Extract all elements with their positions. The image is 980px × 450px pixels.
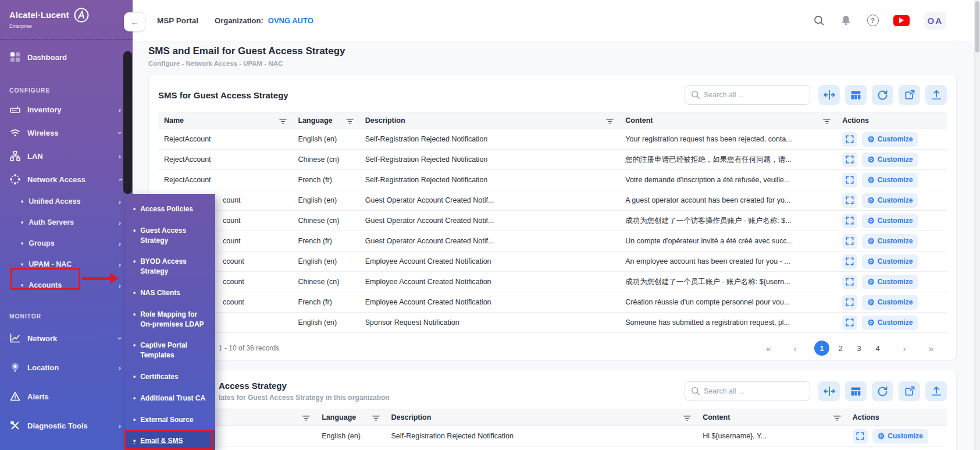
- sidebar-item-accounts[interactable]: Accounts: [0, 275, 133, 296]
- filter-icon[interactable]: [833, 414, 841, 421]
- sidebar-item-diagnostic-tools[interactable]: Diagnostic Tools: [0, 411, 133, 440]
- expand-button[interactable]: [842, 234, 857, 249]
- filter-icon[interactable]: [683, 414, 691, 421]
- table-row[interactable]: ccount French (fr) Employee Account Crea…: [158, 292, 947, 313]
- table-row[interactable]: ccount Chinese (cn) Employee Account Cre…: [158, 272, 947, 292]
- sidebar-item-unified-access[interactable]: Unified Access: [0, 191, 133, 212]
- filter-icon[interactable]: [279, 117, 287, 125]
- columns-button[interactable]: [845, 85, 867, 105]
- customize-button[interactable]: Customize: [862, 295, 918, 310]
- expand-button[interactable]: [842, 254, 857, 269]
- customize-button[interactable]: Customize: [862, 193, 918, 208]
- expand-button[interactable]: [842, 214, 857, 228]
- page-button-1[interactable]: 1: [814, 341, 829, 356]
- avatar[interactable]: OA: [924, 12, 947, 30]
- expand-button[interactable]: [853, 429, 868, 444]
- flyout-menu-item[interactable]: Access Policies: [126, 199, 215, 220]
- customize-button[interactable]: Customize: [862, 316, 918, 330]
- customize-button[interactable]: Customize: [862, 275, 918, 289]
- flyout-menu-item[interactable]: Captive Portal Templates: [126, 335, 215, 366]
- table-row[interactable]: RejectAccount French (fr) Self-Registrat…: [158, 170, 947, 190]
- flyout-menu-item[interactable]: Additional Trust CA: [126, 388, 215, 409]
- filter-icon[interactable]: [346, 117, 354, 125]
- table-row[interactable]: RejectAccount English (en) Self-Registra…: [158, 129, 947, 150]
- search-input[interactable]: [685, 381, 810, 401]
- flyout-item-label: Email & SMS: [140, 436, 183, 446]
- customize-button[interactable]: Customize: [862, 214, 918, 228]
- sidebar-item-location[interactable]: Location: [0, 353, 133, 382]
- filter-icon[interactable]: [302, 414, 310, 421]
- refresh-button[interactable]: [872, 85, 893, 105]
- customize-button[interactable]: Customize: [862, 132, 918, 147]
- filter-icon[interactable]: [823, 117, 831, 125]
- gear-icon: [867, 318, 875, 327]
- customize-button[interactable]: Customize: [862, 173, 918, 187]
- table-row[interactable]: English (en) Self-Registration Rejected …: [158, 426, 947, 447]
- refresh-button[interactable]: [872, 381, 893, 401]
- expand-button[interactable]: [842, 173, 857, 187]
- page-scrollbar[interactable]: [974, 0, 980, 450]
- page-scrollbar-thumb[interactable]: [975, 1, 979, 52]
- export-button[interactable]: [925, 381, 947, 401]
- flyout-menu-item[interactable]: Certificates: [126, 366, 215, 388]
- column-header-language: Language: [322, 413, 356, 421]
- last-page-button[interactable]: »: [924, 341, 939, 356]
- flyout-menu-item[interactable]: Role Mapping for On-premises LDAP: [126, 304, 215, 335]
- table-row[interactable]: English (en) Sponsor Request Notificatio…: [158, 313, 947, 333]
- customize-button[interactable]: Customize: [862, 254, 918, 269]
- bell-icon[interactable]: [840, 14, 853, 27]
- sidebar-item-lan[interactable]: LAN: [0, 144, 133, 168]
- table-row[interactable]: RejectAccount Chinese (cn) Self-Registra…: [158, 150, 947, 170]
- flyout-menu-item[interactable]: BYOD Access Strategy: [126, 251, 215, 282]
- expand-button[interactable]: [842, 295, 857, 310]
- page-button-3[interactable]: 3: [851, 341, 867, 356]
- filter-icon[interactable]: [372, 414, 380, 421]
- expand-button[interactable]: [842, 132, 857, 147]
- customize-button[interactable]: Customize: [862, 234, 918, 249]
- flyout-menu-item[interactable]: Guest Access Strategy: [126, 220, 215, 251]
- sidebar-item-inventory[interactable]: Inventory: [0, 98, 133, 121]
- expand-button[interactable]: [842, 316, 857, 330]
- first-page-button[interactable]: «: [761, 341, 776, 356]
- fit-columns-button[interactable]: [818, 381, 840, 401]
- page-button-4[interactable]: 4: [870, 341, 885, 356]
- export-button[interactable]: [925, 85, 947, 105]
- table-row[interactable]: count Chinese (cn) Guest Operator Accoun…: [158, 211, 947, 231]
- open-external-button[interactable]: [899, 85, 920, 105]
- flyout-menu-item[interactable]: NAS Clients: [126, 282, 215, 304]
- search-icon[interactable]: [812, 14, 825, 27]
- expand-button[interactable]: [842, 275, 857, 289]
- youtube-icon[interactable]: [893, 15, 910, 26]
- table-row[interactable]: count English (en) Guest Operator Accoun…: [158, 190, 947, 211]
- cell-language: French (fr): [298, 237, 332, 245]
- prev-page-button[interactable]: ‹: [787, 341, 803, 356]
- table-row[interactable]: ccount English (en) Employee Account Cre…: [158, 251, 947, 272]
- search-input[interactable]: [685, 85, 810, 105]
- fit-columns-button[interactable]: [818, 85, 840, 105]
- customize-button[interactable]: Customize: [862, 153, 918, 167]
- flyout-item-label: BYOD Access Strategy: [140, 257, 211, 277]
- sidebar-item-dashboard[interactable]: Dashboard: [0, 45, 133, 69]
- next-page-button[interactable]: ›: [897, 341, 912, 356]
- open-external-button[interactable]: [899, 381, 920, 401]
- expand-button[interactable]: [842, 193, 857, 208]
- columns-button[interactable]: [845, 381, 867, 401]
- expand-button[interactable]: [842, 153, 857, 167]
- sidebar-item-groups[interactable]: Groups: [0, 233, 133, 254]
- sidebar-item-upam-nac[interactable]: UPAM - NAC: [0, 254, 133, 275]
- sidebar-item-network-access[interactable]: Network Access: [0, 168, 133, 191]
- sidebar-scrollbar-thumb[interactable]: [123, 51, 132, 194]
- filter-icon[interactable]: [606, 117, 614, 125]
- flyout-menu-item[interactable]: Email & SMS: [126, 430, 215, 450]
- flyout-menu-item[interactable]: External Source: [126, 409, 215, 431]
- table-row[interactable]: count French (fr) Guest Operator Account…: [158, 231, 947, 251]
- sidebar-item-auth-servers[interactable]: Auth Servers: [0, 212, 133, 233]
- sidebar-item-wireless[interactable]: Wireless: [0, 121, 133, 144]
- sidebar-item-alerts[interactable]: Alerts: [0, 382, 133, 411]
- page-button-2[interactable]: 2: [833, 341, 848, 356]
- sidebar-collapse-button[interactable]: [124, 12, 145, 31]
- sidebar-item-network[interactable]: Network: [0, 324, 133, 353]
- customize-button[interactable]: Customize: [872, 429, 928, 444]
- organization-value-link[interactable]: OVNG AUTO: [268, 16, 313, 25]
- help-icon[interactable]: [867, 15, 879, 26]
